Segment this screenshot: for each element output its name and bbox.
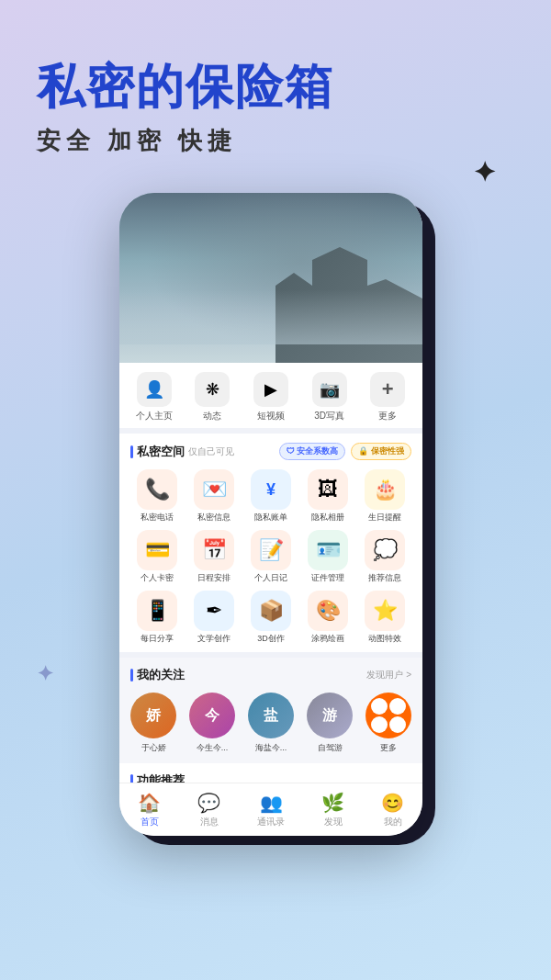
nav-more[interactable]: + 更多 [362,372,413,422]
private-phone-icon: 📞 [137,469,177,510]
avatar-img-2: 今 [189,693,235,738]
discover-users-link[interactable]: 发现用户 > [366,669,411,681]
private-section-title: 私密空间 [137,444,185,460]
nav-3dphoto[interactable]: 📷 3D写真 [304,372,355,422]
nav-dynamic[interactable]: ❋ 动态 [186,372,238,422]
nav-more-label: 更多 [378,410,397,422]
follows-section-bar [130,669,133,681]
grid-item-schedule[interactable]: 📅 日程安排 [187,530,241,583]
phone-mockup: 👤 个人主页 ❋ 动态 ▶ 短视频 📷 3D写真 + 更多 [119,193,432,854]
bottom-nav-mine[interactable]: 😊 我的 [381,792,404,828]
grid-item-cert[interactable]: 🪪 证件管理 [301,530,354,583]
grid-item-gif-effect[interactable]: ⭐ 动图特效 [358,591,411,644]
follow-name-2: 今生今... [197,742,229,754]
grid-item-diary[interactable]: 📝 个人日记 [244,530,298,583]
3d-creation-icon: 📦 [251,591,291,631]
nav-profile[interactable]: 👤 个人主页 [129,372,180,422]
bottom-nav-discover[interactable]: 🌿 发现 [321,792,344,828]
discover-icon: 🌿 [321,792,344,814]
nav-shortvideo-label: 短视频 [257,410,285,422]
grid-item-birthday[interactable]: 🎂 生日提醒 [358,469,411,523]
home-icon: 🏠 [138,792,161,814]
title-area: 私密的保险箱 安全 加密 快捷 [0,0,551,175]
messages-icon: 💬 [197,792,220,814]
bottom-nav-contacts[interactable]: 👥 通讯录 [257,792,285,828]
drawing-label: 涂鸦绘画 [311,634,344,644]
private-title-row: 私密空间 仅自己可见 [130,444,234,460]
follows-header: 我的关注 发现用户 > [130,667,411,683]
badges-container: 🛡 安全系数高 🔒 保密性强 [279,443,411,460]
nav-more-icon: + [370,372,405,407]
follows-title: 我的关注 [137,667,185,683]
follows-title-row: 我的关注 [130,667,185,683]
feature-grid: 📞 私密电话 💌 私密信息 ¥ 隐私账单 🖼 隐私相册 🎂 生日提醒 [130,469,411,643]
follow-item-4[interactable]: 游 自驾游 [307,693,353,754]
nav-shortvideo[interactable]: ▶ 短视频 [245,372,297,422]
birthday-icon: 🎂 [365,469,405,510]
sparkle-decoration-bottom: ✦ [37,662,53,686]
follow-item-more[interactable]: 更多 [365,693,411,754]
follow-avatar-1: 娇 [130,693,176,738]
more-avatar [365,693,411,738]
nav-dynamic-icon: ❋ [195,372,230,407]
grid-item-private-msg[interactable]: 💌 私密信息 [187,469,241,523]
private-section-header: 私密空间 仅自己可见 🛡 安全系数高 🔒 保密性强 [130,443,411,460]
follow-item-2[interactable]: 今 今生今... [189,693,235,754]
phone-screen: 👤 个人主页 ❋ 动态 ▶ 短视频 📷 3D写真 + 更多 [119,193,422,836]
avatar-img-4: 游 [307,693,353,738]
follow-name-3: 海盐今... [255,742,287,754]
writing-icon: ✒ [194,591,234,631]
private-album-label: 隐私相册 [311,513,344,523]
cert-icon: 🪪 [308,530,348,570]
gif-effect-icon: ⭐ [365,591,405,631]
bottom-nav-home[interactable]: 🏠 首页 [138,792,161,828]
daily-share-label: 每日分享 [141,634,174,644]
grid-item-3d-creation[interactable]: 📦 3D创作 [244,591,298,644]
more-dot-3 [371,716,388,733]
grid-item-writing[interactable]: ✒ 文学创作 [187,591,241,644]
nav-dynamic-label: 动态 [203,410,221,422]
nav-3dphoto-icon: 📷 [312,372,347,407]
follow-name-4: 自驾游 [318,742,343,754]
follow-avatar-3: 盐 [248,693,294,738]
grid-item-daily-share[interactable]: 📱 每日分享 [130,591,184,644]
follow-name-1: 于心娇 [141,742,166,754]
card-secret-icon: 💳 [137,530,177,570]
more-dot-1 [371,698,388,715]
writing-label: 文学创作 [197,634,231,644]
grid-item-private-bill[interactable]: ¥ 隐私账单 [244,469,298,523]
nav-profile-label: 个人主页 [136,410,173,422]
lock-icon: 🔒 [358,446,368,456]
more-dot-4 [389,716,406,733]
nav-profile-icon: 👤 [137,372,172,407]
sub-title: 安全 加密 快捷 [37,125,514,157]
hero-fog [119,289,422,344]
grid-item-recommend[interactable]: 💭 推荐信息 [358,530,411,583]
profile-nav-row: 👤 个人主页 ❋ 动态 ▶ 短视频 📷 3D写真 + 更多 [119,363,422,428]
diary-label: 个人日记 [254,573,287,583]
home-label: 首页 [141,816,159,828]
hero-image [119,193,422,363]
3d-creation-label: 3D创作 [257,634,285,644]
follow-more-label: 更多 [380,742,397,754]
follows-avatars-row: 娇 于心娇 今 今生今... 盐 海盐今... [130,693,411,754]
recommend-label: 推荐信息 [368,573,401,583]
contacts-icon: 👥 [260,792,283,814]
bottom-nav-messages[interactable]: 💬 消息 [197,792,220,828]
nav-shortvideo-icon: ▶ [253,372,288,407]
private-msg-icon: 💌 [194,469,234,510]
grid-item-private-phone[interactable]: 📞 私密电话 [130,469,184,523]
grid-item-private-album[interactable]: 🖼 隐私相册 [301,469,354,523]
follow-avatar-4: 游 [307,693,353,738]
follow-item-1[interactable]: 娇 于心娇 [130,693,176,754]
main-title: 私密的保险箱 [37,55,514,119]
follows-section: 我的关注 发现用户 > 娇 于心娇 今 今生今... [119,658,422,763]
discover-label: 发现 [324,816,343,828]
avatar-img-1: 娇 [130,693,176,738]
follow-item-3[interactable]: 盐 海盐今... [248,693,294,754]
badge-privacy: 🔒 保密性强 [351,443,411,460]
sparkle-decoration-top: ✦ [473,156,496,188]
daily-share-icon: 📱 [137,591,177,631]
grid-item-card-secret[interactable]: 💳 个人卡密 [130,530,184,583]
grid-item-drawing[interactable]: 🎨 涂鸦绘画 [301,591,354,644]
